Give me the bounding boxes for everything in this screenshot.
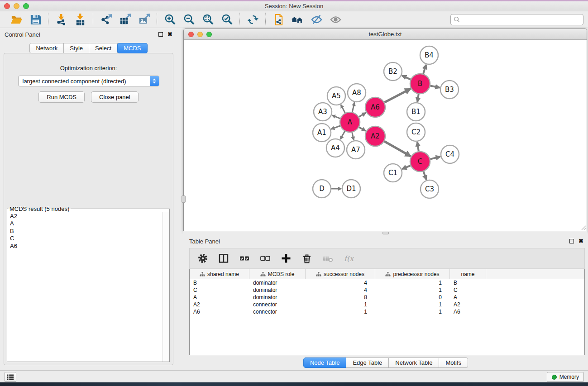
edge-A6-B[interactable]: [384, 89, 410, 102]
edge-A-A3[interactable]: [332, 115, 340, 119]
first-neighbors-button[interactable]: [289, 12, 306, 27]
import-table-button[interactable]: [72, 12, 89, 27]
edge-C-C3[interactable]: [424, 172, 426, 180]
node-B2[interactable]: B2: [384, 62, 402, 81]
result-item[interactable]: B: [10, 228, 163, 235]
edge-C-C1[interactable]: [402, 166, 411, 169]
float-panel-icon[interactable]: [158, 32, 163, 37]
tab-style[interactable]: Style: [63, 43, 89, 53]
criterion-dropdown[interactable]: largest connected component (directed): [18, 76, 159, 86]
edge-C-C4[interactable]: [430, 157, 440, 159]
export-table-button[interactable]: [116, 12, 134, 27]
close-panel-icon[interactable]: ✖: [167, 32, 172, 37]
node-A7[interactable]: A7: [347, 141, 365, 159]
show-all-button[interactable]: [327, 12, 344, 27]
edge-A-A2[interactable]: [359, 127, 366, 131]
node-D1[interactable]: D1: [342, 180, 360, 198]
zoom-selected-button[interactable]: [218, 12, 235, 27]
search-input[interactable]: [450, 14, 583, 25]
tab-network-table[interactable]: Network Table: [388, 357, 439, 368]
node-A4[interactable]: A4: [326, 139, 344, 157]
node-A6[interactable]: A6: [365, 97, 385, 117]
tab-mcds[interactable]: MCDS: [117, 43, 147, 53]
node-A1[interactable]: A1: [313, 124, 331, 142]
column-header-successor-nodes[interactable]: successor nodes: [306, 269, 375, 279]
select-all-checkboxes-button[interactable]: [238, 252, 251, 265]
edge-B-B3[interactable]: [430, 86, 440, 88]
edge-B-B1[interactable]: [417, 94, 419, 102]
network-canvas[interactable]: B4B2BB3A8A5A6A3B1AC2A1A2A4A7C4CC1C3DD1: [184, 40, 587, 231]
node-C1[interactable]: C1: [384, 164, 402, 182]
edge-A-A1[interactable]: [331, 126, 340, 129]
table-close-panel-icon[interactable]: ✖: [578, 239, 583, 243]
resize-grip-icon[interactable]: [580, 224, 586, 230]
tab-edge-table[interactable]: Edge Table: [346, 357, 389, 368]
column-header-mcds-role[interactable]: MCDS role: [249, 269, 306, 279]
edge-A-A4[interactable]: [340, 131, 345, 139]
zoom-in-button[interactable]: [161, 12, 178, 27]
node-C[interactable]: C: [410, 152, 430, 172]
edge-C-C2[interactable]: [417, 142, 419, 151]
edge-A-A5[interactable]: [341, 105, 345, 113]
table-row[interactable]: A2connector11A2: [190, 301, 584, 308]
node-B[interactable]: B: [410, 74, 430, 94]
table-row[interactable]: Adominator80A: [190, 294, 584, 301]
split-panel-button[interactable]: [217, 252, 230, 265]
panel-divider-grip[interactable]: [182, 195, 186, 203]
edge-B-B2[interactable]: [402, 76, 411, 80]
node-A2[interactable]: A2: [365, 126, 385, 146]
node-A5[interactable]: A5: [327, 87, 345, 105]
edge-A-A6[interactable]: [359, 113, 366, 117]
node-C2[interactable]: C2: [407, 123, 425, 141]
save-session-button[interactable]: [27, 12, 44, 27]
edge-A2-C[interactable]: [384, 141, 411, 156]
table-row[interactable]: Bdominator41B: [190, 279, 584, 286]
node-B4[interactable]: B4: [420, 46, 438, 64]
zoom-fit-button[interactable]: [199, 12, 216, 27]
memory-button[interactable]: Memory: [547, 372, 584, 382]
table-row[interactable]: A6connector11A6: [190, 308, 584, 315]
node-B3[interactable]: B3: [440, 81, 459, 99]
tab-motifs[interactable]: Motifs: [439, 357, 468, 368]
table-row[interactable]: Cdominator41C: [190, 286, 584, 294]
tab-select[interactable]: Select: [89, 43, 118, 53]
node-A[interactable]: A: [340, 112, 360, 132]
show-panels-button[interactable]: [5, 372, 16, 382]
tab-node-table[interactable]: Node Table: [303, 357, 347, 368]
import-network-button[interactable]: [53, 12, 70, 27]
node-C3[interactable]: C3: [421, 180, 439, 198]
result-scrollbar[interactable]: [163, 212, 169, 362]
result-item[interactable]: C: [10, 235, 163, 242]
hide-selected-button[interactable]: [308, 12, 325, 27]
open-session-button[interactable]: [8, 12, 25, 27]
edge-A-A7[interactable]: [352, 133, 354, 140]
column-header-predecessor-nodes[interactable]: predecessor nodes: [375, 269, 450, 279]
node-D[interactable]: D: [313, 180, 331, 198]
column-header-shared-name[interactable]: shared name: [190, 269, 249, 279]
deselect-all-checkboxes-button[interactable]: [258, 252, 272, 265]
result-item[interactable]: A6: [10, 243, 163, 250]
horizontal-divider[interactable]: [183, 231, 587, 235]
node-A3[interactable]: A3: [314, 103, 332, 121]
result-item[interactable]: A: [10, 220, 163, 227]
new-network-from-selection-button[interactable]: [270, 12, 287, 27]
node-A8[interactable]: A8: [348, 84, 366, 102]
result-item[interactable]: A2: [10, 213, 163, 220]
delete-columns-button[interactable]: [300, 252, 314, 265]
node-C4[interactable]: C4: [441, 145, 459, 163]
zoom-out-button[interactable]: [180, 12, 197, 27]
node-B1[interactable]: B1: [407, 103, 425, 121]
add-column-button[interactable]: [279, 252, 293, 265]
edge-A-A8[interactable]: [352, 102, 354, 112]
edge-B-B4[interactable]: [423, 65, 426, 74]
export-network-button[interactable]: [97, 12, 115, 27]
export-image-button[interactable]: [135, 12, 153, 27]
close-panel-button[interactable]: Close panel: [91, 91, 139, 103]
horizontal-divider-grip[interactable]: [382, 232, 389, 234]
tab-network[interactable]: Network: [29, 43, 64, 53]
apply-layout-button[interactable]: [244, 12, 261, 27]
table-settings-button[interactable]: [196, 252, 210, 265]
column-header-name[interactable]: name: [450, 269, 486, 279]
run-mcds-button[interactable]: Run MCDS: [38, 91, 85, 103]
table-float-panel-icon[interactable]: [569, 239, 574, 243]
